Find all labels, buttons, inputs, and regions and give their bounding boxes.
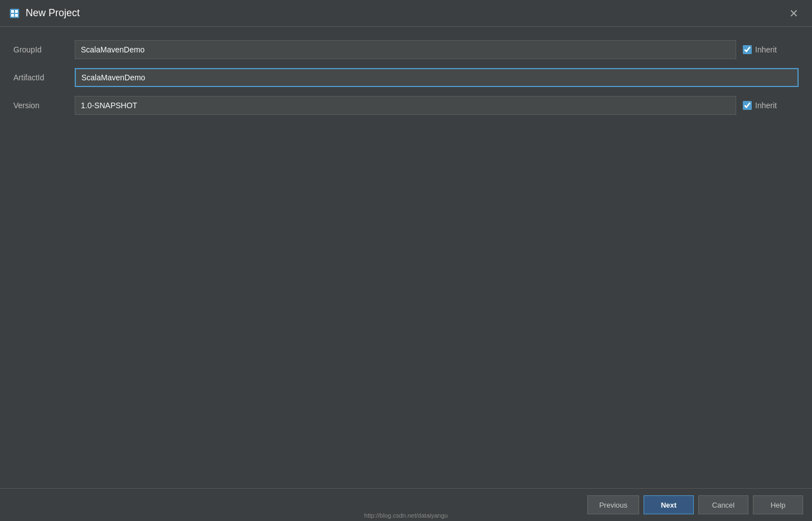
title-bar: New Project ✕ — [0, 0, 812, 27]
title-bar-left: New Project — [9, 7, 80, 19]
artifactid-label: ArtifactId — [13, 73, 75, 82]
version-input[interactable] — [75, 96, 736, 115]
version-inherit-wrap: Inherit — [743, 101, 799, 110]
groupid-label: GroupId — [13, 45, 75, 54]
groupid-inherit-label: Inherit — [755, 45, 777, 54]
groupid-row: GroupId Inherit — [13, 40, 799, 59]
version-inherit-checkbox[interactable] — [743, 101, 752, 110]
close-button[interactable]: ✕ — [785, 6, 803, 21]
version-row: Version Inherit — [13, 96, 799, 115]
watermark: http://blog.csdn.net/dataiyangu — [364, 512, 448, 519]
artifactid-row: ArtifactId — [13, 68, 799, 87]
dialog-window: New Project ✕ GroupId Inherit ArtifactId — [0, 0, 812, 521]
groupid-inherit-checkbox[interactable] — [743, 45, 752, 54]
new-project-icon — [9, 8, 20, 19]
artifactid-input-wrapper — [75, 68, 799, 87]
svg-rect-3 — [11, 14, 14, 17]
content-area: GroupId Inherit ArtifactId Version — [0, 27, 812, 488]
previous-button[interactable]: Previous — [587, 495, 639, 514]
svg-rect-2 — [15, 10, 18, 13]
groupid-input-wrapper: Inherit — [75, 40, 799, 59]
version-input-wrapper: Inherit — [75, 96, 799, 115]
dialog-footer: Previous Next Cancel Help http://blog.cs… — [0, 488, 812, 521]
svg-rect-1 — [11, 10, 14, 13]
help-button[interactable]: Help — [753, 495, 803, 514]
version-label: Version — [13, 101, 75, 110]
version-inherit-label: Inherit — [755, 101, 777, 110]
next-button[interactable]: Next — [644, 495, 694, 514]
svg-rect-4 — [15, 14, 18, 17]
groupid-input[interactable] — [75, 40, 736, 59]
artifactid-input[interactable] — [75, 68, 799, 87]
cancel-button[interactable]: Cancel — [698, 495, 748, 514]
groupid-inherit-wrap: Inherit — [743, 45, 799, 54]
dialog-title: New Project — [26, 7, 80, 19]
content-spacer — [13, 124, 799, 479]
